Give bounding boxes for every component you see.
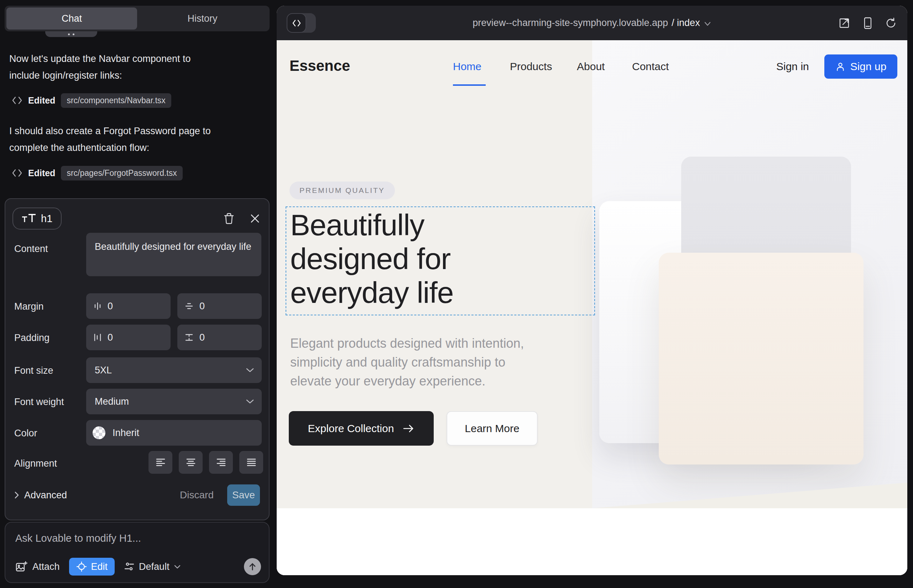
user-icon — [835, 61, 845, 71]
tag-name: h1 — [41, 213, 52, 225]
padding-y-value: 0 — [199, 332, 205, 343]
font-size-select[interactable]: 5XL — [86, 357, 262, 383]
attach-button[interactable]: Attach — [15, 561, 60, 572]
align-center-button[interactable] — [179, 451, 202, 474]
font-size-label: Font size — [14, 365, 53, 376]
font-weight-value: Medium — [95, 396, 129, 407]
lovable-app: Chat History Now let's update the Navbar… — [0, 0, 913, 588]
send-button[interactable] — [244, 558, 261, 575]
crosshair-icon — [76, 561, 87, 572]
nav-link-products[interactable]: Products — [510, 60, 552, 73]
mode-label: Default — [139, 561, 170, 572]
delete-element-button[interactable] — [223, 213, 235, 225]
align-justify-icon — [246, 457, 257, 467]
element-editor-panel: h1 Content Beautifully designed for ever… — [5, 198, 270, 520]
assistant-message: I should also create a Forgot Password p… — [9, 123, 223, 156]
sliders-icon — [124, 561, 134, 572]
selected-element-tag: h1 — [13, 207, 62, 229]
composer-input[interactable] — [15, 533, 257, 544]
tab-history[interactable]: History — [137, 8, 268, 29]
discard-button[interactable]: Discard — [180, 489, 214, 501]
alignment-label: Alignment — [14, 458, 57, 469]
font-size-value: 5XL — [95, 365, 112, 376]
attach-label: Attach — [32, 561, 60, 572]
padding-label: Padding — [14, 333, 50, 344]
arrow-up-icon — [248, 562, 257, 571]
save-button[interactable]: Save — [227, 485, 260, 506]
composer-toolbar: Attach Edit Default — [15, 557, 261, 576]
font-weight-select[interactable]: Medium — [86, 389, 262, 414]
edited-file-row: Edited src/pages/ForgotPassword.tsx — [12, 165, 183, 181]
refresh-icon — [885, 18, 897, 29]
explore-collection-button[interactable]: Explore Collection — [289, 411, 434, 446]
chevron-down-icon — [245, 399, 254, 404]
edited-file-chip[interactable]: src/pages/ForgotPassword.tsx — [61, 166, 182, 181]
edit-mode-button[interactable]: Edit — [69, 558, 115, 575]
padding-x-value: 0 — [108, 332, 113, 343]
color-label: Color — [14, 428, 37, 439]
hero-description: Elegant products designed with intention… — [290, 334, 533, 391]
edit-label: Edit — [91, 561, 108, 572]
advanced-label: Advanced — [24, 490, 67, 501]
edited-label: Edited — [28, 95, 55, 106]
margin-label: Margin — [14, 301, 44, 312]
padding-vertical-icon — [185, 333, 194, 342]
learn-more-button[interactable]: Learn More — [447, 411, 538, 446]
close-icon — [249, 213, 260, 224]
trash-icon — [223, 213, 235, 225]
nav-link-home[interactable]: Home — [453, 60, 481, 73]
chevron-down-icon — [245, 367, 254, 373]
mobile-view-button[interactable] — [863, 17, 873, 29]
refresh-button[interactable] — [885, 18, 897, 29]
align-right-button[interactable] — [209, 451, 233, 474]
site-navbar: Essence Home Products About Contact Sign… — [277, 40, 907, 90]
margin-y-input[interactable]: 0 — [177, 293, 262, 319]
url-route-selector[interactable]: preview--charming-site-symphony.lovable.… — [277, 6, 907, 40]
edited-file-chip[interactable]: src/components/Navbar.tsx — [61, 93, 171, 108]
image-plus-icon — [15, 561, 28, 572]
rendered-site: Essence Home Products About Contact Sign… — [277, 40, 907, 575]
margin-x-value: 0 — [108, 301, 113, 312]
advanced-toggle[interactable]: Advanced — [14, 490, 67, 501]
nav-link-about[interactable]: About — [577, 60, 605, 73]
active-nav-underline — [453, 84, 486, 86]
typography-icon — [22, 213, 36, 224]
content-label: Content — [14, 244, 48, 255]
hero-heading[interactable]: Beautifully designed for everyday life — [290, 208, 518, 310]
open-external-button[interactable] — [838, 17, 850, 29]
mobile-device-icon — [863, 17, 873, 29]
sign-in-link[interactable]: Sign in — [776, 60, 809, 73]
close-panel-button[interactable] — [249, 213, 260, 224]
padding-x-input[interactable]: 0 — [86, 325, 170, 350]
url-path: / index — [672, 18, 700, 29]
site-logo[interactable]: Essence — [290, 57, 350, 74]
color-select[interactable]: Inherit — [86, 420, 262, 446]
align-left-icon — [155, 457, 166, 467]
margin-horizontal-icon — [93, 302, 102, 311]
mode-select[interactable]: Default — [124, 561, 181, 572]
arrow-right-icon — [402, 424, 414, 433]
margin-x-input[interactable]: 0 — [86, 293, 170, 319]
align-justify-button[interactable] — [239, 451, 263, 474]
chevron-right-icon — [14, 491, 19, 499]
chat-sidebar: Chat History Now let's update the Navbar… — [5, 6, 270, 588]
explore-collection-label: Explore Collection — [308, 423, 394, 435]
align-left-button[interactable] — [149, 451, 172, 474]
scrolled-chip-peek — [45, 31, 97, 37]
chat-composer: Attach Edit Default — [5, 522, 270, 583]
preview-pane: preview--charming-site-symphony.lovable.… — [277, 6, 907, 575]
padding-y-input[interactable]: 0 — [177, 325, 262, 350]
preview-actions — [838, 6, 897, 40]
hero-card-beige — [659, 253, 863, 465]
sign-up-label: Sign up — [850, 60, 887, 73]
tab-chat[interactable]: Chat — [6, 8, 137, 29]
chevron-down-icon — [704, 21, 711, 26]
editor-panel-header: h1 — [13, 207, 260, 229]
assistant-message: Now let's update the Navbar component to… — [9, 50, 223, 84]
premium-quality-badge: PREMIUM QUALITY — [290, 181, 395, 199]
edited-file-row: Edited src/components/Navbar.tsx — [12, 92, 171, 108]
nav-link-contact[interactable]: Contact — [632, 60, 669, 73]
editor-footer: Advanced Discard Save — [14, 484, 260, 507]
sign-up-button[interactable]: Sign up — [824, 55, 897, 79]
content-input[interactable]: Beautifully designed for everyday life — [86, 233, 261, 276]
